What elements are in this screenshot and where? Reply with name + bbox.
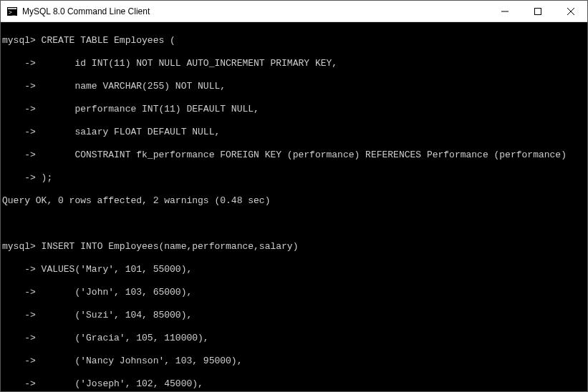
- sql-text: performance INT(11) DEFAULT NULL,: [36, 104, 259, 114]
- query-result: Query OK, 0 rows affected, 2 warnings (0…: [2, 195, 587, 207]
- sql-text: CREATE TABLE Employees (: [36, 35, 175, 46]
- cont-prompt: ->: [2, 378, 36, 389]
- sql-text: ('Joseph', 102, 45000),: [36, 378, 203, 389]
- sql-text: ('Suzi', 104, 85000),: [36, 310, 192, 320]
- sql-text: ('Nancy Johnson', 103, 95000),: [36, 356, 243, 366]
- blank-line: [2, 218, 587, 230]
- cont-prompt: ->: [2, 58, 36, 69]
- sql-text: );: [36, 172, 52, 183]
- svg-text:>_: >_: [9, 9, 16, 16]
- cont-prompt: ->: [2, 264, 36, 275]
- mysql-prompt: mysql>: [2, 35, 36, 46]
- sql-text: INSERT INTO Employees(name,performance,s…: [36, 241, 299, 252]
- sql-text: ('Gracia', 105, 110000),: [36, 333, 209, 343]
- sql-text: id INT(11) NOT NULL AUTO_INCREMENT PRIMA…: [36, 58, 337, 69]
- cont-prompt: ->: [2, 81, 36, 92]
- minimize-button[interactable]: [488, 1, 521, 21]
- mysql-prompt: mysql>: [2, 241, 36, 252]
- sql-text: CONSTRAINT fk_performance FOREIGN KEY (p…: [36, 150, 567, 160]
- cont-prompt: ->: [2, 104, 36, 114]
- cont-prompt: ->: [2, 127, 36, 137]
- sql-text: VALUES('Mary', 101, 55000),: [36, 264, 192, 275]
- sql-text: salary FLOAT DEFAULT NULL,: [36, 127, 220, 137]
- svg-rect-4: [535, 8, 541, 14]
- cont-prompt: ->: [2, 287, 36, 298]
- maximize-button[interactable]: [521, 1, 554, 21]
- window-titlebar: >_ MySQL 8.0 Command Line Client: [1, 1, 587, 22]
- window-controls: [488, 1, 587, 21]
- cont-prompt: ->: [2, 356, 36, 366]
- sql-text: ('John', 103, 65000),: [36, 287, 192, 298]
- window-title: MySQL 8.0 Command Line Client: [22, 6, 488, 16]
- cont-prompt: ->: [2, 333, 36, 343]
- terminal-output[interactable]: mysql> CREATE TABLE Employees ( -> id IN…: [1, 22, 587, 392]
- app-icon: >_: [6, 6, 18, 17]
- cont-prompt: ->: [2, 310, 36, 320]
- cont-prompt: ->: [2, 150, 36, 160]
- close-button[interactable]: [554, 1, 587, 21]
- sql-text: name VARCHAR(255) NOT NULL,: [36, 81, 226, 92]
- cont-prompt: ->: [2, 172, 36, 183]
